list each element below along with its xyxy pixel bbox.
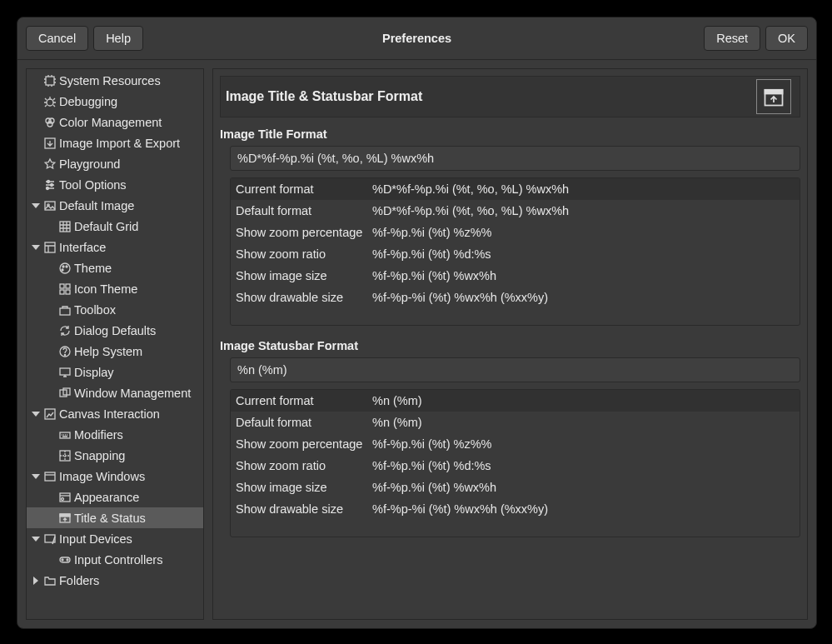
chevron-down-icon[interactable] <box>30 408 42 420</box>
svg-point-1 <box>47 99 53 106</box>
tree-item-debugging[interactable]: Debugging <box>27 91 203 112</box>
preset-value: %f-%p-%i (%t) %wx%h (%xx%y) <box>372 502 795 516</box>
preset-row[interactable]: Show image size%f-%p.%i (%t) %wx%h <box>231 477 800 498</box>
svg-point-8 <box>47 187 49 189</box>
icons-icon <box>58 282 72 296</box>
keyboard-icon <box>58 428 72 442</box>
preset-row[interactable]: Show zoom percentage%f-%p.%i (%t) %z%% <box>231 222 800 243</box>
palette-icon <box>58 262 72 275</box>
preset-value: %n (%m) <box>372 394 795 407</box>
tree-item-label: Title & Status <box>74 512 203 525</box>
statusbar-format-presets[interactable]: Current format%n (%m)Default format%n (%… <box>230 389 800 537</box>
tree-item-image-windows[interactable]: Image Windows <box>27 466 203 487</box>
tree-item-interface[interactable]: Interface <box>27 237 203 257</box>
tree-item-snapping[interactable]: Snapping <box>27 445 203 466</box>
svg-point-15 <box>66 266 67 267</box>
layout-icon <box>43 241 57 254</box>
svg-rect-40 <box>765 90 783 94</box>
tree-item-label: Input Controllers <box>74 553 203 567</box>
tree-item-display[interactable]: Display <box>27 362 203 382</box>
preset-row[interactable]: Show drawable size%f-%p-%i (%t) %wx%h (%… <box>231 498 800 520</box>
preset-row[interactable]: Show zoom ratio%f-%p.%i (%t) %d:%s <box>231 455 800 477</box>
statusbar-format-input[interactable] <box>230 357 800 382</box>
preset-row[interactable]: Show zoom percentage%f-%p.%i (%t) %z%% <box>231 433 800 455</box>
preset-row[interactable]: Show zoom ratio%f-%p.%i (%t) %d:%s <box>231 243 800 265</box>
tree-item-tool-options[interactable]: Tool Options <box>27 174 203 195</box>
tree-item-label: Help System <box>74 345 203 358</box>
preset-name: Show image size <box>236 481 372 494</box>
ok-button[interactable]: OK <box>765 26 808 51</box>
import-icon <box>43 137 57 150</box>
svg-rect-9 <box>45 202 55 210</box>
preset-value: %D*%f-%p.%i (%t, %o, %L) %wx%h <box>372 182 795 196</box>
preset-row[interactable]: Show image size%f-%p.%i (%t) %wx%h <box>231 265 800 287</box>
tree-item-label: Dialog Defaults <box>74 324 203 337</box>
chevron-right-icon[interactable] <box>30 575 42 587</box>
title-format-presets[interactable]: Current format%D*%f-%p.%i (%t, %o, %L) %… <box>230 177 800 326</box>
preset-value: %f-%p.%i (%t) %z%% <box>372 437 795 451</box>
svg-rect-34 <box>60 514 70 517</box>
preset-row[interactable]: Default format%D*%f-%p.%i (%t, %o, %L) %… <box>231 200 800 222</box>
tree-item-system-resources[interactable]: System Resources <box>27 70 203 91</box>
reset-button[interactable]: Reset <box>704 26 760 51</box>
preset-value: %D*%f-%p.%i (%t, %o, %L) %wx%h <box>372 204 795 217</box>
tree-item-title-status[interactable]: Title & Status <box>27 507 203 528</box>
preset-value: %f-%p.%i (%t) %wx%h <box>372 481 795 494</box>
preset-name: Default format <box>236 416 372 429</box>
tree-item-label: Toolbox <box>74 303 203 317</box>
tree-item-window-management[interactable]: Window Management <box>27 382 203 403</box>
svg-rect-17 <box>60 284 64 288</box>
tree-item-color-management[interactable]: Color Management <box>27 112 203 132</box>
svg-point-7 <box>51 183 53 186</box>
tree-item-toolbox[interactable]: Toolbox <box>27 299 203 320</box>
preset-name: Current format <box>236 394 372 407</box>
section-label: Image Statusbar Format <box>220 339 800 352</box>
preset-row[interactable]: Default format%n (%m) <box>231 412 800 433</box>
chevron-down-icon[interactable] <box>30 200 42 212</box>
chevron-down-icon[interactable] <box>30 471 42 482</box>
tree-item-label: Input Devices <box>59 532 203 546</box>
help-icon <box>58 345 72 358</box>
star-icon <box>43 157 57 171</box>
toolbox-icon <box>58 303 72 317</box>
preset-value: %f-%p-%i (%t) %wx%h (%xx%y) <box>372 291 795 304</box>
tree-item-modifiers[interactable]: Modifiers <box>27 424 203 445</box>
svg-point-23 <box>64 354 65 355</box>
tree-item-help-system[interactable]: Help System <box>27 341 203 362</box>
svg-rect-12 <box>45 242 55 252</box>
controller-icon <box>58 553 72 567</box>
chevron-down-icon[interactable] <box>30 533 42 545</box>
preset-row[interactable]: Current format%n (%m) <box>231 390 800 412</box>
cancel-button[interactable]: Cancel <box>26 26 88 51</box>
tree-item-label: Icon Theme <box>74 282 203 296</box>
preset-value: %f-%p.%i (%t) %d:%s <box>372 459 795 472</box>
preset-row[interactable]: Current format%D*%f-%p.%i (%t, %o, %L) %… <box>231 178 800 200</box>
tablet-icon <box>43 532 57 546</box>
preset-value: %f-%p.%i (%t) %wx%h <box>372 269 795 282</box>
snap-icon <box>58 449 72 462</box>
preset-row[interactable]: Show drawable size%f-%p-%i (%t) %wx%h (%… <box>231 287 800 308</box>
tree-item-input-controllers[interactable]: Input Controllers <box>27 549 203 570</box>
tree-item-theme[interactable]: Theme <box>27 257 203 278</box>
tree-item-label: Default Image <box>59 199 203 212</box>
help-button[interactable]: Help <box>93 26 143 51</box>
tree-item-appearance[interactable]: Appearance <box>27 487 203 507</box>
chevron-down-icon[interactable] <box>30 242 42 253</box>
tree-item-input-devices[interactable]: Input Devices <box>27 528 203 549</box>
svg-rect-30 <box>45 472 55 481</box>
tree-item-dialog-defaults[interactable]: Dialog Defaults <box>27 320 203 341</box>
tree-item-default-image[interactable]: Default Image <box>27 195 203 216</box>
tree-item-label: System Resources <box>59 74 203 87</box>
title-format-input[interactable] <box>230 146 800 171</box>
tree-item-image-import-export[interactable]: Image Import & Export <box>27 132 203 153</box>
tree-item-playground[interactable]: Playground <box>27 153 203 174</box>
tree-item-icon-theme[interactable]: Icon Theme <box>27 278 203 299</box>
tree-item-label: Debugging <box>59 95 203 108</box>
section-label: Image Title Format <box>220 127 800 141</box>
preset-name: Show zoom percentage <box>236 437 372 451</box>
tree-item-folders[interactable]: Folders <box>27 570 203 591</box>
preferences-tree[interactable]: System ResourcesDebuggingColor Managemen… <box>26 68 204 620</box>
windows-icon <box>58 387 72 400</box>
tree-item-canvas-interaction[interactable]: Canvas Interaction <box>27 403 203 424</box>
tree-item-default-grid[interactable]: Default Grid <box>27 216 203 237</box>
